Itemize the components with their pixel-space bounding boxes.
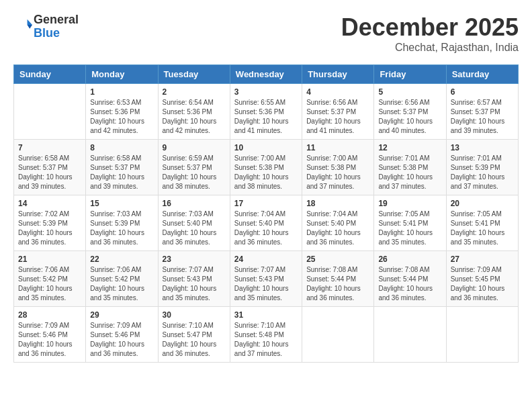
- sunrise-text: Sunrise: 7:06 AM: [18, 266, 69, 273]
- sunrise-text: Sunrise: 7:00 AM: [306, 154, 357, 162]
- daylight-text: Daylight: 10 hours and 35 minutes.: [90, 285, 144, 302]
- sunset-text: Sunset: 5:41 PM: [378, 220, 428, 227]
- sunset-text: Sunset: 5:36 PM: [234, 108, 284, 116]
- calendar-cell: [446, 307, 518, 363]
- calendar-cell: 11 Sunrise: 7:00 AM Sunset: 5:38 PM Dayl…: [302, 140, 374, 195]
- day-number: 9: [163, 143, 226, 152]
- calendar-cell: [14, 84, 86, 140]
- day-number: 10: [234, 143, 298, 152]
- sunset-text: Sunset: 5:41 PM: [451, 220, 500, 227]
- day-number: 17: [234, 199, 298, 208]
- day-info: Sunrise: 7:09 AM Sunset: 5:45 PM Dayligh…: [451, 265, 514, 303]
- page-header: General Blue December 2025 Chechat, Raja…: [13, 13, 519, 54]
- day-header-friday: Friday: [374, 65, 446, 84]
- sunrise-text: Sunrise: 6:54 AM: [163, 99, 214, 106]
- calendar-cell: 23 Sunrise: 7:07 AM Sunset: 5:43 PM Dayl…: [158, 251, 230, 307]
- sunset-text: Sunset: 5:45 PM: [451, 275, 500, 283]
- day-number: 21: [18, 255, 81, 264]
- sunrise-text: Sunrise: 7:03 AM: [163, 210, 214, 218]
- day-info: Sunrise: 6:57 AM Sunset: 5:37 PM Dayligh…: [451, 98, 514, 136]
- sunset-text: Sunset: 5:36 PM: [163, 108, 212, 116]
- day-info: Sunrise: 7:01 AM Sunset: 5:38 PM Dayligh…: [378, 154, 441, 191]
- sunset-text: Sunset: 5:46 PM: [18, 331, 68, 338]
- calendar-cell: 31 Sunrise: 7:10 AM Sunset: 5:48 PM Dayl…: [230, 307, 302, 363]
- day-number: 31: [234, 310, 298, 320]
- day-info: Sunrise: 7:03 AM Sunset: 5:40 PM Dayligh…: [163, 210, 226, 247]
- sunrise-text: Sunrise: 6:59 AM: [163, 154, 214, 162]
- day-header-thursday: Thursday: [302, 65, 374, 84]
- daylight-text: Daylight: 10 hours and 36 minutes.: [234, 229, 289, 246]
- daylight-text: Daylight: 10 hours and 39 minutes.: [18, 173, 73, 190]
- daylight-text: Daylight: 10 hours and 36 minutes.: [163, 229, 217, 246]
- calendar-week-row: 1 Sunrise: 6:53 AM Sunset: 5:36 PM Dayli…: [14, 84, 519, 140]
- logo-blue-text: Blue: [34, 26, 60, 40]
- calendar-table: SundayMondayTuesdayWednesdayThursdayFrid…: [13, 64, 519, 363]
- day-header-monday: Monday: [86, 65, 158, 84]
- daylight-text: Daylight: 10 hours and 36 minutes.: [90, 229, 144, 246]
- daylight-text: Daylight: 10 hours and 36 minutes.: [378, 285, 433, 302]
- day-number: 23: [163, 255, 226, 264]
- sunset-text: Sunset: 5:37 PM: [378, 108, 428, 116]
- sunrise-text: Sunrise: 7:00 AM: [234, 154, 285, 162]
- sunrise-text: Sunrise: 6:58 AM: [90, 154, 141, 162]
- daylight-text: Daylight: 10 hours and 35 minutes.: [451, 229, 505, 246]
- sunset-text: Sunset: 5:42 PM: [90, 275, 140, 283]
- daylight-text: Daylight: 10 hours and 36 minutes.: [18, 229, 73, 246]
- sunset-text: Sunset: 5:44 PM: [378, 275, 428, 283]
- calendar-cell: 30 Sunrise: 7:10 AM Sunset: 5:47 PM Dayl…: [158, 307, 230, 363]
- calendar-cell: [302, 307, 374, 363]
- day-number: 3: [234, 87, 298, 97]
- calendar-cell: 3 Sunrise: 6:55 AM Sunset: 5:36 PM Dayli…: [230, 84, 302, 140]
- sunset-text: Sunset: 5:37 PM: [90, 164, 140, 171]
- calendar-cell: 12 Sunrise: 7:01 AM Sunset: 5:38 PM Dayl…: [374, 140, 446, 195]
- sunrise-text: Sunrise: 7:01 AM: [378, 154, 429, 162]
- calendar-cell: 10 Sunrise: 7:00 AM Sunset: 5:38 PM Dayl…: [230, 140, 302, 195]
- day-info: Sunrise: 7:06 AM Sunset: 5:42 PM Dayligh…: [18, 265, 81, 303]
- daylight-text: Daylight: 10 hours and 41 minutes.: [234, 118, 289, 134]
- sunset-text: Sunset: 5:39 PM: [90, 220, 140, 227]
- sunset-text: Sunset: 5:37 PM: [306, 108, 356, 116]
- sunset-text: Sunset: 5:38 PM: [234, 164, 284, 171]
- daylight-text: Daylight: 10 hours and 36 minutes.: [163, 340, 217, 357]
- calendar-cell: 17 Sunrise: 7:04 AM Sunset: 5:40 PM Dayl…: [230, 195, 302, 251]
- day-info: Sunrise: 6:53 AM Sunset: 5:36 PM Dayligh…: [90, 98, 153, 136]
- daylight-text: Daylight: 10 hours and 38 minutes.: [163, 173, 217, 190]
- sunrise-text: Sunrise: 7:10 AM: [234, 322, 285, 329]
- calendar-week-row: 14 Sunrise: 7:02 AM Sunset: 5:39 PM Dayl…: [14, 195, 519, 251]
- sunrise-text: Sunrise: 7:07 AM: [234, 266, 285, 273]
- daylight-text: Daylight: 10 hours and 38 minutes.: [234, 173, 289, 190]
- day-number: 27: [451, 255, 514, 264]
- sunrise-text: Sunrise: 7:06 AM: [90, 266, 141, 273]
- calendar-cell: 8 Sunrise: 6:58 AM Sunset: 5:37 PM Dayli…: [86, 140, 158, 195]
- day-info: Sunrise: 7:05 AM Sunset: 5:41 PM Dayligh…: [378, 210, 441, 247]
- sunrise-text: Sunrise: 6:53 AM: [90, 99, 141, 106]
- daylight-text: Daylight: 10 hours and 35 minutes.: [378, 229, 433, 246]
- calendar-week-row: 21 Sunrise: 7:06 AM Sunset: 5:42 PM Dayl…: [14, 251, 519, 307]
- day-info: Sunrise: 6:59 AM Sunset: 5:37 PM Dayligh…: [163, 154, 226, 191]
- day-header-saturday: Saturday: [446, 65, 518, 84]
- day-number: 2: [163, 87, 226, 97]
- sunset-text: Sunset: 5:43 PM: [163, 275, 212, 283]
- sunrise-text: Sunrise: 7:05 AM: [451, 210, 502, 218]
- day-info: Sunrise: 6:54 AM Sunset: 5:36 PM Dayligh…: [163, 98, 226, 136]
- sunrise-text: Sunrise: 6:56 AM: [306, 99, 357, 106]
- day-number: 6: [451, 87, 514, 97]
- sunset-text: Sunset: 5:37 PM: [163, 164, 212, 171]
- calendar-cell: 14 Sunrise: 7:02 AM Sunset: 5:39 PM Dayl…: [14, 195, 86, 251]
- calendar-cell: 29 Sunrise: 7:09 AM Sunset: 5:46 PM Dayl…: [86, 307, 158, 363]
- calendar-cell: 18 Sunrise: 7:04 AM Sunset: 5:40 PM Dayl…: [302, 195, 374, 251]
- day-number: 24: [234, 255, 298, 264]
- calendar-cell: 26 Sunrise: 7:08 AM Sunset: 5:44 PM Dayl…: [374, 251, 446, 307]
- daylight-text: Daylight: 10 hours and 37 minutes.: [451, 173, 505, 190]
- day-info: Sunrise: 7:10 AM Sunset: 5:47 PM Dayligh…: [163, 321, 226, 359]
- day-info: Sunrise: 7:10 AM Sunset: 5:48 PM Dayligh…: [234, 321, 298, 359]
- sunset-text: Sunset: 5:37 PM: [451, 108, 500, 116]
- sunset-text: Sunset: 5:39 PM: [451, 164, 500, 171]
- sunrise-text: Sunrise: 7:05 AM: [378, 210, 429, 218]
- calendar-cell: 28 Sunrise: 7:09 AM Sunset: 5:46 PM Dayl…: [14, 307, 86, 363]
- day-info: Sunrise: 7:08 AM Sunset: 5:44 PM Dayligh…: [306, 265, 369, 303]
- day-number: 7: [18, 143, 81, 152]
- logo-icon: [13, 16, 32, 35]
- sunset-text: Sunset: 5:37 PM: [18, 164, 68, 171]
- sunset-text: Sunset: 5:46 PM: [90, 331, 140, 338]
